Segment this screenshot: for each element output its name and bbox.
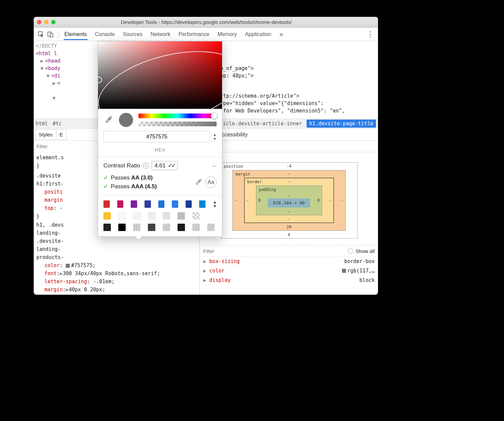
svg-rect-2 <box>50 33 53 37</box>
chevron-up-icon[interactable]: ︿ <box>212 163 217 169</box>
swatch[interactable] <box>178 212 185 220</box>
palette-swatches: ▲▼ <box>98 195 222 236</box>
left-pane: <!DOCTY <html l ▶<head ▼<body ▼<di ▶< ▼ … <box>34 41 200 295</box>
collapse-icon[interactable]: ▼ <box>53 94 57 102</box>
color-swatch-icon[interactable] <box>342 269 346 273</box>
computed-filter-input[interactable] <box>203 248 345 254</box>
contrast-ratio-badge: 4.61 ✓✓ <box>152 161 178 170</box>
box-model[interactable]: position -4 4 margin - - - 20 border - <box>200 152 378 245</box>
swatch[interactable] <box>192 224 200 231</box>
tab-memory[interactable]: Memory <box>217 29 238 40</box>
swatch[interactable] <box>133 212 140 220</box>
crumb-h1[interactable]: h1.devsite-page-title <box>307 120 376 128</box>
check-icon: ✓✓ <box>168 162 175 169</box>
box-model-content: 676.344 × 40 <box>268 198 310 207</box>
swatch[interactable] <box>207 224 215 231</box>
swatch[interactable] <box>117 200 124 208</box>
tab-network[interactable]: Network <box>150 29 171 40</box>
collapse-icon[interactable]: ▼ <box>46 72 51 79</box>
bg-eyedropper-icon[interactable] <box>193 177 204 188</box>
swatch[interactable] <box>103 224 111 231</box>
contrast-results: ✓Passes AA (3.0) ✓Passes AAA (4.5) <box>103 173 157 191</box>
hue-slider[interactable] <box>138 114 217 118</box>
palette-toggle-icon[interactable]: ▲▼ <box>213 200 217 208</box>
swatch[interactable] <box>172 200 178 208</box>
expand-icon[interactable]: ▶ <box>66 287 69 293</box>
swatch[interactable] <box>186 200 192 208</box>
show-all-checkbox[interactable] <box>348 249 353 253</box>
window-title: Developer Tools - https://developers.goo… <box>58 19 375 25</box>
swatch[interactable] <box>133 224 140 231</box>
collapse-icon[interactable]: ▼ <box>40 65 45 72</box>
swatch[interactable] <box>163 212 170 220</box>
hex-input[interactable] <box>103 131 210 142</box>
swatch[interactable] <box>145 200 151 208</box>
contrast-label: Contrast Ratio <box>103 162 140 169</box>
expand-icon[interactable]: ▶ <box>203 266 208 276</box>
hex-label: HEX <box>98 147 222 157</box>
devtools-window: Developer Tools - https://developers.goo… <box>34 17 378 295</box>
device-toggle-icon[interactable] <box>46 30 55 38</box>
titlebar: Developer Tools - https://developers.goo… <box>34 17 378 28</box>
styles-tab-styles[interactable]: Styles <box>35 129 56 140</box>
expand-icon[interactable]: ▶ <box>60 270 63 277</box>
text-preview-icon[interactable]: Aa <box>205 176 217 188</box>
separator <box>58 31 58 38</box>
crumb-tc[interactable]: #tc <box>53 121 62 127</box>
tab-elements[interactable]: Elements <box>64 29 88 40</box>
expand-icon[interactable]: ▶ <box>203 276 208 285</box>
swatch[interactable] <box>148 212 155 220</box>
check-icon: ✓ <box>103 174 108 181</box>
hue-thumb[interactable] <box>211 112 218 119</box>
tab-console[interactable]: Console <box>94 29 116 40</box>
crumb-html[interactable]: html <box>36 121 48 127</box>
eyedropper-icon[interactable] <box>103 115 114 125</box>
window-maximize-button[interactable] <box>51 20 56 24</box>
styles-tab-e[interactable]: E <box>56 129 67 140</box>
alpha-slider[interactable] <box>138 122 217 126</box>
sidebar-tab-accessibility[interactable]: Accessibility <box>218 132 248 138</box>
tab-application[interactable]: Application <box>244 29 272 40</box>
kebab-menu-icon[interactable]: ⋮ <box>367 30 375 39</box>
computed-row: ▶box-sizingborder-box <box>203 257 375 266</box>
inspect-icon[interactable] <box>37 30 45 38</box>
swatch[interactable] <box>192 212 200 220</box>
swatch[interactable] <box>131 200 137 208</box>
swatch[interactable] <box>163 224 170 231</box>
more-tabs-icon[interactable]: » <box>279 30 283 38</box>
tab-sources[interactable]: Sources <box>122 29 143 40</box>
swatch[interactable] <box>103 212 111 220</box>
check-icon: ✓ <box>103 183 108 190</box>
color-gradient[interactable] <box>98 41 222 109</box>
swatch[interactable] <box>158 200 165 208</box>
swatch[interactable] <box>148 224 155 231</box>
color-picker: ▲▼ HEX Contrast Ratio i 4.61 ✓✓ ︿ <box>98 41 222 237</box>
computed-list[interactable]: ▶box-sizingborder-box ▶colorrgb(117,… ▶d… <box>200 257 378 285</box>
info-icon[interactable]: i <box>143 163 149 169</box>
crumb-article[interactable]: article.devsite-article-inner <box>214 121 302 127</box>
alpha-thumb[interactable] <box>211 122 217 126</box>
swatch[interactable] <box>199 200 206 208</box>
tab-performance[interactable]: Performance <box>178 29 210 40</box>
color-swatch-icon[interactable] <box>66 264 70 268</box>
expand-icon[interactable]: ▶ <box>203 257 208 266</box>
dom-overflow: id="top_of_page"> rgin-top: 48px;"> er y… <box>200 41 378 119</box>
window-minimize-button[interactable] <box>44 20 49 24</box>
swatch[interactable] <box>118 224 126 231</box>
sidebar-tabs: ies Accessibility <box>200 129 378 141</box>
window-close-button[interactable] <box>37 20 41 24</box>
panel-tabs: Elements Console Sources Network Perform… <box>64 29 272 40</box>
swatch[interactable] <box>118 212 126 220</box>
expand-icon[interactable]: ▶ <box>40 57 45 65</box>
content: <!DOCTY <html l ▶<head ▼<body ▼<di ▶< ▼ … <box>34 41 378 295</box>
current-color-preview <box>119 113 133 127</box>
expand-icon[interactable]: ▶ <box>53 79 57 87</box>
swatch[interactable] <box>178 224 185 231</box>
right-pane: id="top_of_page"> rgin-top: 48px;"> er y… <box>200 41 378 295</box>
swatch[interactable] <box>103 200 110 208</box>
main-toolbar: Elements Console Sources Network Perform… <box>34 28 378 41</box>
computed-row: ▶displayblock <box>203 276 375 285</box>
format-toggle-icon[interactable]: ▲▼ <box>213 133 217 141</box>
computed-filter-row: Show all <box>200 245 378 257</box>
right-filter-row: ls + <box>200 141 378 152</box>
